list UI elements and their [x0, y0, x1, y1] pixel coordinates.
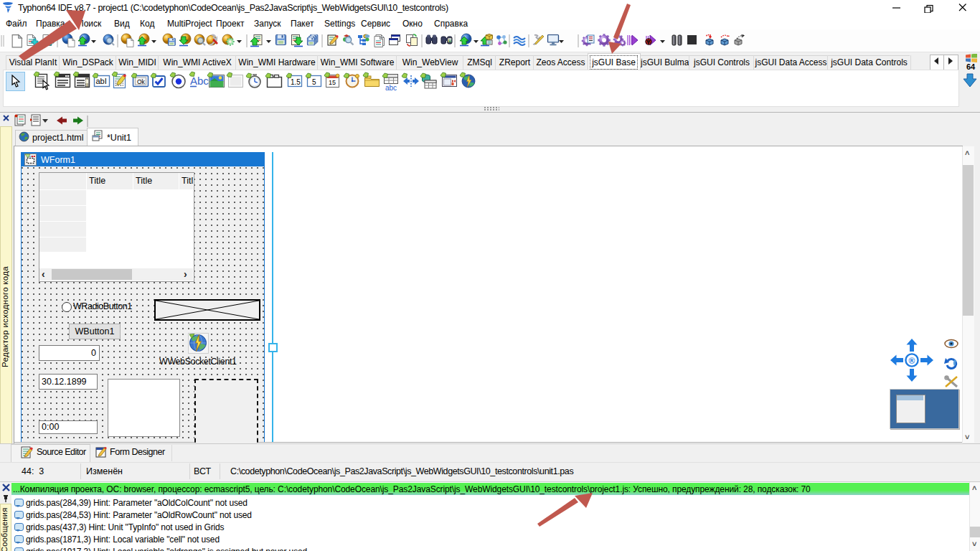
svg-text:abc: abc: [385, 84, 397, 92]
svg-text:5: 5: [312, 78, 316, 86]
svg-text:abI: abI: [96, 77, 107, 85]
svg-text:®: ®: [909, 356, 915, 366]
svg-text:B: B: [448, 39, 452, 43]
svg-text:15: 15: [329, 79, 336, 86]
svg-text:1.5: 1.5: [291, 78, 301, 86]
svg-text:Ok: Ok: [137, 78, 146, 85]
